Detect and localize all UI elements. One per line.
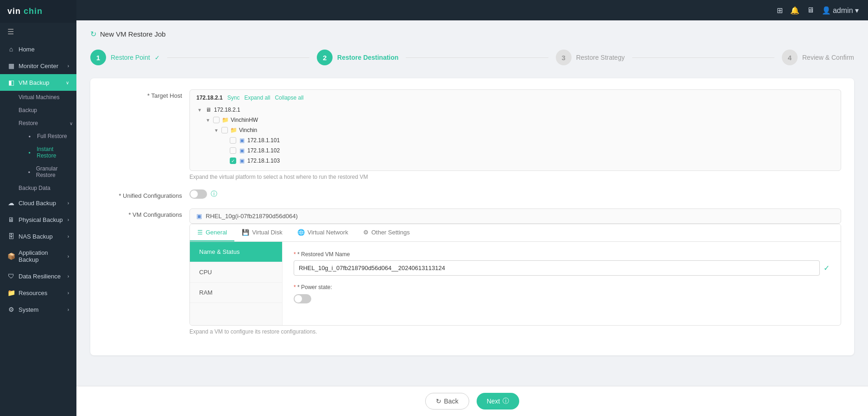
restored-vm-name-group: * * Restored VM Name ✓ (294, 251, 830, 276)
tree-ip: 172.18.2.1 (196, 95, 223, 101)
sidebar-item-instant-restore[interactable]: ● Instant Restore (15, 143, 76, 162)
form-card: * Target Host 172.18.2.1 Sync Expand all… (90, 78, 854, 355)
sidebar-item-data-resilience[interactable]: 🛡 Data Resilience › (0, 268, 76, 284)
hint-expand-text: Expand the virtual platform to select a … (189, 174, 841, 180)
node-label-root: 172.18.2.1 (214, 107, 240, 113)
next-button[interactable]: Next ⓘ (477, 393, 520, 410)
chevron-icon: › (68, 274, 69, 279)
back-button[interactable]: ↻ Back (425, 393, 469, 410)
wizard-line-2 (406, 57, 548, 58)
sidebar-item-cloud-backup[interactable]: ☁ Cloud Backup › (0, 195, 76, 211)
nav-item-name-status[interactable]: Name & Status (190, 242, 282, 262)
sidebar-item-system[interactable]: ⚙ System › (0, 301, 76, 318)
checkbox-vm1[interactable] (230, 137, 236, 144)
disk-tab-icon: 💾 (242, 229, 249, 236)
wizard-step-restore-destination[interactable]: 2 Restore Destination (317, 50, 398, 65)
restore-label: Restore (19, 120, 38, 126)
logo-chin: chin (24, 6, 43, 16)
sidebar-item-label: NAS Backup (19, 233, 53, 240)
collapse-all-button[interactable]: Collapse all (275, 95, 303, 101)
sidebar-item-granular-restore[interactable]: ● Granular Restore (15, 162, 76, 182)
vm-config-nav: Name & Status CPU RAM (190, 242, 283, 325)
expand-icon[interactable]: ▼ (213, 128, 220, 133)
checkbox-datacenter[interactable] (221, 127, 228, 133)
physical-icon: 🖥 (7, 216, 15, 223)
refresh-icon[interactable]: ↻ (90, 30, 96, 38)
chevron-icon: › (68, 290, 69, 296)
settings-tab-icon: ⚙ (363, 229, 369, 236)
sidebar-item-home[interactable]: ⌂ Home (0, 41, 76, 57)
tab-virtual-network[interactable]: 🌐 Virtual Network (290, 224, 356, 241)
power-state-toggle[interactable] (294, 294, 311, 303)
tree-node-root[interactable]: ▼ 🖥 172.18.2.1 (196, 105, 834, 115)
next-icon: ⓘ (503, 397, 509, 405)
tree-node-vm3[interactable]: ✓ ▣ 172.18.1.103 (196, 156, 834, 166)
expand-all-button[interactable]: Expand all (244, 95, 270, 101)
unified-config-toggle[interactable] (189, 189, 207, 199)
sidebar-item-label: VM Backup (19, 79, 49, 86)
sidebar-item-full-restore[interactable]: ● Full Restore (15, 130, 76, 143)
vm-config-name: RHEL_10g(i-07fb218790d56d064) (206, 213, 298, 220)
checkbox-vcenter[interactable] (213, 117, 220, 123)
sidebar-item-resources[interactable]: 📁 Resources › (0, 284, 76, 301)
bell-icon[interactable]: 🔔 (790, 6, 799, 15)
tab-virtual-disk[interactable]: 💾 Virtual Disk (234, 224, 290, 241)
wizard-step-restore-strategy[interactable]: 3 Restore Strategy (556, 50, 625, 65)
info-icon[interactable]: ⓘ (211, 190, 217, 198)
user-menu[interactable]: 👤 admin ▾ (822, 6, 859, 15)
sync-button[interactable]: Sync (227, 95, 240, 101)
expand-icon[interactable]: ▼ (205, 118, 211, 123)
sidebar-item-application-backup[interactable]: 📦 Application Backup › (0, 245, 76, 268)
power-state-label: * * Power state: (294, 284, 830, 290)
vm-config-tabs-area: ☰ General 💾 Virtual Disk 🌐 Virtual Netwo (190, 224, 841, 242)
tab-general[interactable]: ☰ General (190, 224, 234, 241)
screen-icon[interactable]: 🖥 (807, 6, 814, 14)
sidebar-item-label: Cloud Backup (19, 200, 56, 207)
tree-node-datacenter[interactable]: ▼ 📁 Vinchin (196, 125, 834, 135)
vm-header-icon: ▣ (196, 213, 202, 220)
grid-icon[interactable]: ⊞ (777, 6, 783, 15)
power-state-toggle-wrap (294, 294, 830, 303)
toggle-knob (190, 190, 198, 198)
chevron-icon: › (68, 234, 69, 239)
node-label-datacenter: Vinchin (239, 127, 257, 133)
toggle-wrap: ⓘ (189, 189, 841, 199)
wizard-circle-1: 1 (90, 50, 106, 65)
wizard-step-restore-point[interactable]: 1 Restore Point ✓ (90, 50, 160, 65)
sidebar-item-physical-backup[interactable]: 🖥 Physical Backup › (0, 211, 76, 228)
page-header: ↻ New VM Restore Job (90, 30, 854, 38)
power-state-group: * * Power state: (294, 284, 830, 303)
tree-node-vm2[interactable]: ▣ 172.18.1.102 (196, 145, 834, 156)
nav-item-ram[interactable]: RAM (190, 283, 282, 303)
nav-item-cpu[interactable]: CPU (190, 262, 282, 283)
circle-icon: ● (26, 170, 32, 174)
restored-vm-name-input[interactable] (294, 260, 820, 276)
back-icon: ↻ (436, 397, 441, 405)
wizard-step-review-confirm[interactable]: 4 Review & Confirm (782, 50, 854, 65)
vm-config-panel: ☰ General 💾 Virtual Disk 🌐 Virtual Netwo (189, 224, 841, 326)
node-label-vm2: 172.18.1.102 (247, 147, 280, 154)
sidebar-toggle[interactable]: ☰ (0, 23, 76, 41)
sidebar-item-label: System (19, 306, 38, 313)
nas-icon: 🗄 (7, 233, 15, 240)
tree-node-vcenter[interactable]: ▼ 📁 VinchinHW (196, 115, 834, 125)
sidebar-item-nas-backup[interactable]: 🗄 NAS Backup › (0, 228, 76, 245)
sidebar-item-backup[interactable]: Backup (15, 104, 76, 117)
sidebar-item-monitor[interactable]: ▦ Monitor Center › (0, 57, 76, 74)
tree-node-vm1[interactable]: ▣ 172.18.1.101 (196, 135, 834, 145)
checkbox-vm2[interactable] (230, 147, 236, 154)
node-label-vm1: 172.18.1.101 (247, 137, 280, 144)
sidebar-item-vm-backup[interactable]: ◧ VM Backup ∨ (0, 74, 76, 91)
tab-other-settings[interactable]: ⚙ Other Settings (356, 224, 417, 241)
sidebar-item-backup-data[interactable]: Backup Data (15, 182, 76, 195)
sidebar-item-virtual-machines[interactable]: Virtual Machines (15, 91, 76, 104)
topbar: ⊞ 🔔 🖥 👤 admin ▾ (76, 0, 868, 20)
expand-icon[interactable]: ▼ (196, 107, 203, 113)
folder-icon: 📁 (221, 116, 229, 124)
cloud-icon: ☁ (7, 199, 15, 207)
input-check-icon: ✓ (824, 264, 830, 272)
unified-config-label: * Unified Configurations (103, 189, 182, 199)
sidebar-item-restore[interactable]: Restore ∨ (15, 117, 76, 130)
wizard: 1 Restore Point ✓ 2 Restore Destination … (90, 50, 854, 65)
checkbox-vm3[interactable]: ✓ (230, 158, 236, 164)
